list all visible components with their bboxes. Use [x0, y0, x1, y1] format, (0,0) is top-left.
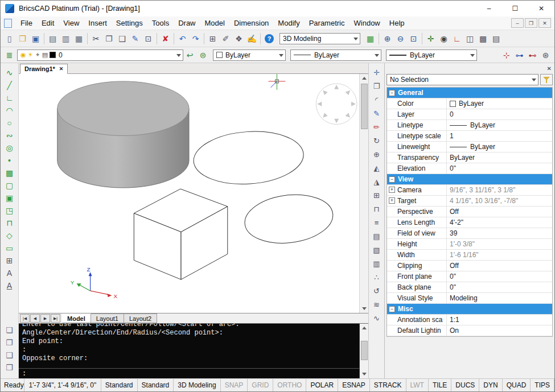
named-views-icon[interactable]: ◫	[463, 32, 476, 45]
property-value[interactable]: 0"	[447, 271, 552, 282]
props-section-misc[interactable]: −Misc	[387, 304, 552, 315]
property-value[interactable]: 0"	[447, 282, 552, 292]
scroll-up-icon[interactable]	[360, 74, 368, 82]
collapse-icon[interactable]: −	[389, 176, 395, 183]
edit-blue-icon[interactable]: ✎	[369, 109, 384, 118]
divide-icon[interactable]: ∴	[369, 273, 384, 282]
spline-icon[interactable]: ∾	[1, 130, 18, 140]
sketch-icon[interactable]: ∿	[1, 68, 18, 77]
property-value[interactable]: 1	[447, 131, 552, 141]
filter-button[interactable]	[540, 74, 553, 85]
property-value[interactable]: 4'-2"	[447, 217, 552, 228]
property-value[interactable]: ByLayer	[447, 152, 552, 163]
menu-window[interactable]: Window	[350, 17, 385, 29]
scroll-thumb[interactable]	[361, 84, 368, 129]
print-icon[interactable]: ▥	[59, 32, 72, 45]
drawing-canvas[interactable]: Z X Y	[19, 74, 359, 313]
collapse-icon[interactable]: −	[389, 90, 395, 96]
screen-capture-icon[interactable]: ❑	[1, 350, 18, 360]
menu-model[interactable]: Model	[200, 17, 229, 29]
snap-settings-icon[interactable]: ⊛	[539, 49, 552, 61]
menu-settings[interactable]: Settings	[112, 17, 147, 29]
loft-icon[interactable]: ≋	[369, 300, 384, 310]
tab-layout1[interactable]: Layout1	[91, 313, 124, 323]
close-button[interactable]: ✕	[528, 1, 554, 16]
window-paste-icon[interactable]: ❐	[1, 337, 18, 347]
expand-icon[interactable]: +	[389, 187, 395, 193]
pan-icon[interactable]: ✛	[424, 32, 437, 45]
scroll-down-icon[interactable]	[360, 370, 368, 378]
toggle-dyn[interactable]: DYN	[479, 379, 502, 391]
tab-model[interactable]: Model	[62, 313, 91, 323]
new-icon[interactable]: ▯	[3, 32, 16, 45]
toggle-tile[interactable]: TILE	[429, 379, 451, 391]
erase-icon[interactable]: ✘	[159, 32, 172, 45]
toggle-esnap[interactable]: ESNAP	[338, 379, 370, 391]
menu-tools[interactable]: Tools	[147, 17, 174, 29]
scroll-up-icon[interactable]	[360, 324, 368, 332]
zoom-out-icon[interactable]: ⊖	[394, 32, 407, 45]
tab-layout2[interactable]: Layout2	[124, 313, 157, 323]
attach-icon[interactable]: ✐	[219, 32, 232, 45]
toggle-grid[interactable]: GRID	[248, 379, 273, 391]
fillet-icon[interactable]: ◜	[369, 95, 384, 105]
layer-combo[interactable]: ◉ ☀ ✦ ▤ 0	[17, 49, 183, 61]
tab-close-icon[interactable]: ✕	[59, 66, 64, 72]
field-icon[interactable]: ✍	[245, 32, 258, 45]
menu-draw[interactable]: Draw	[174, 17, 200, 29]
open-icon[interactable]: ❒	[16, 32, 29, 45]
entity-snaps-icon[interactable]: ⊹	[500, 49, 513, 61]
status-coordinates[interactable]: 1'-7 3/4", 1'-4 9/16", 0"	[24, 379, 101, 391]
ellipse-icon[interactable]: ◎	[1, 143, 18, 152]
menu-modify[interactable]: Modify	[273, 17, 304, 29]
polyline-icon[interactable]: ∟	[1, 93, 18, 102]
center-snap-icon[interactable]: ⊕	[369, 150, 384, 159]
move-icon[interactable]: ✛	[369, 68, 384, 77]
clean-screen-icon[interactable]: ❒	[1, 362, 18, 372]
mdi-minimize-button[interactable]: –	[511, 18, 524, 28]
layout-nav-button-3[interactable]: ▶|	[51, 314, 60, 323]
property-value[interactable]: 1'-0 3/8"	[447, 239, 552, 249]
menu-insert[interactable]: Insert	[84, 17, 112, 29]
rotate-icon[interactable]: ↻	[369, 136, 384, 146]
quick-select-icon[interactable]: ⊡	[142, 32, 155, 45]
canvas-scrollbar[interactable]	[359, 74, 368, 313]
property-value[interactable]: On	[447, 325, 552, 336]
set-layer-by-entity-icon[interactable]: ↩	[183, 49, 196, 61]
polar-guide-icon[interactable]: ⊷	[526, 49, 539, 61]
scroll-thumb[interactable]	[361, 341, 368, 360]
help-icon[interactable]: ?	[265, 34, 274, 43]
menu-file[interactable]: File	[16, 17, 37, 29]
status-workspace[interactable]: 3D Modeling	[174, 379, 220, 391]
zoom-in-icon[interactable]: ⊕	[381, 32, 394, 45]
extrude-icon[interactable]: ⊓	[369, 204, 384, 214]
plot-style-icon[interactable]: ▤	[369, 232, 384, 241]
layout-nav-button-1[interactable]: ◀	[30, 314, 40, 323]
command-input[interactable]: :	[19, 368, 359, 378]
print-preview-icon[interactable]: ▤	[46, 32, 59, 45]
status-text-style[interactable]: Standard	[101, 379, 138, 391]
property-value[interactable]: 1'-6 1/16"	[447, 250, 552, 260]
property-value[interactable]: ByLayer	[447, 120, 552, 130]
expand-icon[interactable]: +	[389, 197, 395, 204]
mtext-icon[interactable]: A	[1, 280, 18, 290]
mdi-close-button[interactable]: ✕	[538, 18, 551, 28]
offset-icon[interactable]: ≡	[369, 218, 384, 228]
mdi-restore-button[interactable]: ❐	[525, 18, 537, 28]
polygon-icon[interactable]: ◇	[1, 230, 18, 240]
menu-parametric[interactable]: Parametric	[305, 17, 350, 29]
toggle-polar[interactable]: POLAR	[306, 379, 338, 391]
menu-view[interactable]: View	[59, 17, 84, 29]
edit-red-icon[interactable]: ✏	[369, 122, 384, 132]
props-section-general[interactable]: −General	[387, 88, 552, 98]
snap-tracking-icon[interactable]: ⊶	[513, 49, 526, 61]
lineweight-combo[interactable]: ByLayer	[386, 49, 477, 61]
toggle-ducs[interactable]: DUCS	[451, 379, 479, 391]
save-icon[interactable]: ▣	[29, 32, 42, 45]
layers-dialog-icon[interactable]: ≣	[3, 49, 16, 61]
text-icon[interactable]: A	[1, 268, 18, 278]
hatch-icon[interactable]: ▩	[1, 168, 18, 178]
menu-edit[interactable]: Edit	[37, 17, 59, 29]
table-icon[interactable]: ⊞	[206, 32, 219, 45]
scroll-down-icon[interactable]	[360, 304, 368, 313]
